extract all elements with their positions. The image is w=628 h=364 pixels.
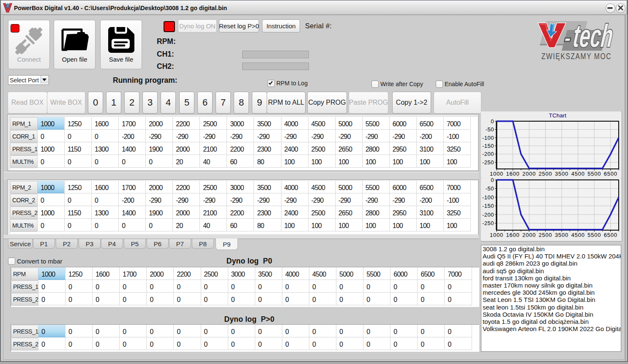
svg-text:-250: -250 [482,159,494,166]
svg-text:-150: -150 [482,143,494,149]
svg-text:6500: 6500 [604,171,617,177]
svg-text:2500: 2500 [539,171,552,177]
svg-text:4500: 4500 [571,232,585,238]
svg-text:2000: 2000 [522,171,536,177]
svg-text:-100: -100 [482,194,494,201]
svg-text:-50: -50 [486,126,494,133]
svg-text:4500: 4500 [571,171,585,177]
svg-text:-100: -100 [482,135,494,141]
svg-text:-50: -50 [486,185,494,192]
svg-text:1600: 1600 [506,171,519,177]
svg-text:-250: -250 [482,220,494,226]
svg-text:1000: 1000 [490,232,503,238]
svg-text:2000: 2000 [522,232,536,238]
svg-text:5500: 5500 [587,232,601,238]
svg-text:1600: 1600 [506,232,519,238]
svg-text:tech: tech [571,18,615,54]
svg-text:-200: -200 [482,212,494,218]
svg-text:-200: -200 [482,151,494,157]
svg-text:3500: 3500 [555,171,568,177]
svg-text:6500: 6500 [604,232,617,238]
svg-text:TChart: TChart [549,112,567,119]
svg-text:5500: 5500 [587,171,601,177]
svg-text:1000: 1000 [490,171,503,177]
svg-text:ZWIĘKSZAMY MOC: ZWIĘKSZAMY MOC [541,52,612,61]
svg-text:0: 0 [491,178,494,183]
svg-text:0: 0 [491,118,494,125]
svg-text:-150: -150 [482,203,494,209]
svg-text:3500: 3500 [555,232,568,238]
svg-text:2500: 2500 [539,232,552,238]
